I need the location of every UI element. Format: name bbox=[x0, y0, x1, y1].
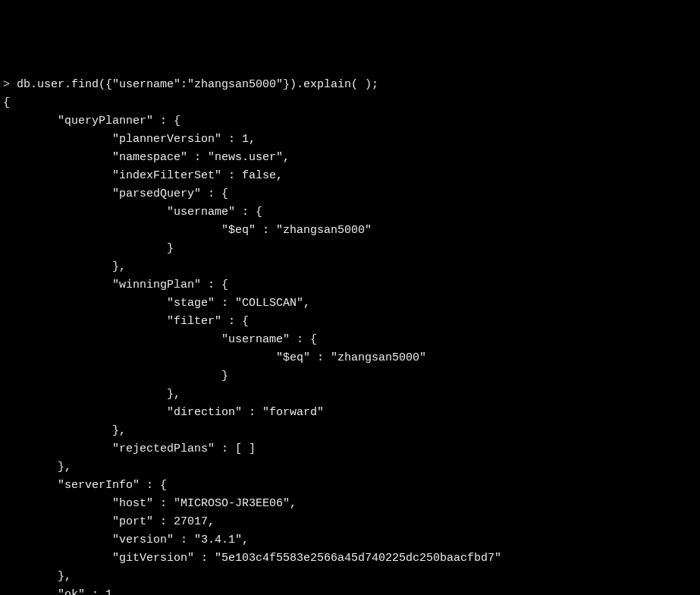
output-line: "serverInfo" : { bbox=[3, 479, 167, 492]
output-line: "winningPlan" : { bbox=[3, 279, 228, 291]
output-line: "$eq" : "zhangsan5000" bbox=[3, 351, 426, 364]
output-line: "host" : "MICROSO-JR3EE06", bbox=[3, 497, 297, 510]
output-line: } bbox=[3, 242, 174, 255]
output-line: }, bbox=[3, 461, 71, 474]
output-line: "direction" : "forward" bbox=[3, 406, 324, 419]
output-line: "port" : 27017, bbox=[3, 515, 215, 528]
output-line: "stage" : "COLLSCAN", bbox=[3, 297, 310, 310]
output-line: "gitVersion" : "5e103c4f5583e2566a45d740… bbox=[3, 552, 501, 565]
terminal-output: > db.user.find({"username":"zhangsan5000… bbox=[3, 76, 697, 595]
output-line: }, bbox=[3, 388, 180, 401]
prompt-char: > bbox=[3, 78, 17, 91]
output-line: "filter" : { bbox=[3, 315, 249, 328]
output-line: } bbox=[3, 370, 228, 382]
output-line: }, bbox=[3, 570, 71, 583]
output-line: "namespace" : "news.user", bbox=[3, 151, 290, 164]
output-line: "version" : "3.4.1", bbox=[3, 534, 249, 546]
output-line: "ok" : 1 bbox=[3, 588, 112, 595]
output-line: "plannerVersion" : 1, bbox=[3, 133, 256, 146]
output-line: "queryPlanner" : { bbox=[3, 115, 180, 128]
output-line: }, bbox=[3, 260, 126, 273]
command-line: db.user.find({"username":"zhangsan5000"}… bbox=[17, 78, 378, 91]
output-line: }, bbox=[3, 424, 126, 437]
output-line: "parsedQuery" : { bbox=[3, 187, 228, 200]
output-line: "$eq" : "zhangsan5000" bbox=[3, 224, 372, 237]
output-line: "username" : { bbox=[3, 206, 262, 219]
output-line: "indexFilterSet" : false, bbox=[3, 169, 283, 182]
output-line: "username" : { bbox=[3, 333, 317, 346]
output-line: { bbox=[3, 96, 10, 109]
output-line: "rejectedPlans" : [ ] bbox=[3, 442, 256, 455]
